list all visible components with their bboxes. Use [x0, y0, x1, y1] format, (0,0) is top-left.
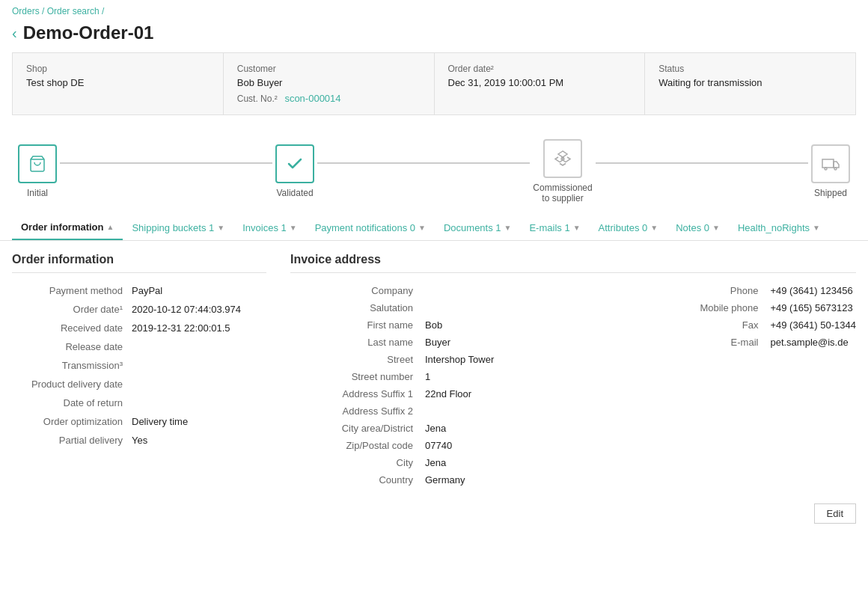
cust-no-row: Cust. No.² scon-000014 — [237, 93, 421, 104]
city-area/district-label: City area/District — [290, 423, 425, 434]
chevron-emails: ▼ — [573, 224, 581, 232]
back-button[interactable]: ‹ — [12, 25, 17, 42]
tab-health-norights[interactable]: Health_noRights ▼ — [729, 216, 829, 239]
tab-attributes[interactable]: Attributes 0 ▼ — [590, 216, 667, 239]
last-name-label: Last name — [290, 337, 425, 348]
invoice-right-grid: Phone+49 (3641) 123456Mobile phone+49 (1… — [658, 285, 856, 486]
summary-status: Status Waiting for transmission — [645, 53, 855, 114]
tab-emails[interactable]: E-mails 1 ▼ — [520, 216, 589, 239]
step-initial-icon — [18, 144, 57, 183]
address-suffix-1-label: Address Suffix 1 — [290, 388, 425, 399]
city-label: City — [290, 457, 425, 468]
chevron-invoices: ▼ — [290, 224, 297, 232]
last-name-value: Buyer — [425, 337, 658, 348]
edit-button[interactable]: Edit — [814, 503, 856, 524]
chevron-payment: ▼ — [418, 224, 426, 232]
tab-order-information[interactable]: Order information ▲ — [12, 215, 123, 240]
field-date-of-return: Date of return — [12, 397, 266, 408]
street-number-value: 1 — [425, 371, 658, 382]
step-validated: Validated — [275, 144, 314, 198]
company-label: Company — [290, 285, 425, 296]
chevron-documents: ▼ — [504, 224, 512, 232]
tab-notes[interactable]: Notes 0 ▼ — [667, 216, 729, 239]
check-icon — [286, 155, 304, 173]
first-name-label: First name — [290, 319, 425, 331]
step-validated-label: Validated — [276, 188, 313, 198]
svg-point-1 — [825, 168, 827, 170]
zip/postal-code-label: Zip/Postal code — [290, 440, 425, 451]
field-transmission: Transmission³ — [12, 360, 266, 371]
page-title-row: ‹ Demo-Order-01 — [0, 19, 868, 52]
field-product-delivery-date: Product delivery date — [12, 379, 266, 390]
summary-shop: Shop Test shop DE — [13, 53, 224, 114]
dropbox-icon — [554, 150, 572, 168]
line-1 — [60, 162, 272, 164]
invoice-left-grid: CompanySalutationFirst nameBobLast nameB… — [290, 285, 658, 486]
street-label: Street — [290, 354, 425, 365]
tab-invoices[interactable]: Invoices 1 ▼ — [233, 216, 305, 239]
step-commissioned-icon — [543, 139, 582, 178]
customer-value: Bob Buyer — [237, 77, 421, 88]
order-date-value: Dec 31, 2019 10:00:01 PM — [448, 77, 632, 88]
address-suffix-1-value: 22nd Floor — [425, 388, 658, 399]
cust-no-value[interactable]: scon-000014 — [284, 93, 340, 104]
salutation-value — [425, 302, 658, 313]
summary-customer: Customer Bob Buyer Cust. No.² scon-00001… — [224, 53, 435, 114]
phone-label: Phone — [673, 285, 770, 296]
chevron-order-info: ▲ — [107, 223, 114, 231]
e-mail-value: pet.sample@is.de — [770, 337, 856, 348]
address-suffix-2-label: Address Suffix 2 — [290, 405, 425, 417]
cart-icon — [28, 155, 46, 173]
chevron-attributes: ▼ — [650, 224, 658, 232]
address-suffix-2-value — [425, 405, 658, 417]
step-validated-icon — [275, 144, 314, 183]
line-3 — [596, 162, 808, 164]
line-2 — [317, 162, 530, 164]
chevron-health: ▼ — [813, 224, 820, 232]
field-order-date: Order date¹ 2020-10-12 07:44:03.974 — [12, 304, 266, 315]
street-number-label: Street number — [290, 371, 425, 382]
field-received-date: Received date 2019-12-31 22:00:01.5 — [12, 322, 266, 334]
summary-order-date: Order date² Dec 31, 2019 10:00:01 PM — [435, 53, 646, 114]
step-commissioned-label: Commissioned to supplier — [533, 183, 593, 203]
mobile-phone-label: Mobile phone — [673, 302, 770, 313]
edit-button-row: Edit — [0, 497, 868, 530]
tab-payment-notifications[interactable]: Payment notifications 0 ▼ — [306, 216, 435, 239]
svg-rect-0 — [822, 159, 834, 168]
svg-point-2 — [834, 168, 837, 170]
breadcrumb: Orders / Order search / — [0, 0, 868, 19]
chevron-shipping: ▼ — [217, 224, 224, 232]
invoice-content: CompanySalutationFirst nameBobLast nameB… — [290, 285, 856, 486]
shop-label: Shop — [26, 64, 210, 74]
step-initial-label: Initial — [27, 188, 48, 198]
main-content: Order information Payment method PayPal … — [0, 241, 868, 497]
order-info-section: Order information Payment method PayPal … — [12, 253, 266, 486]
salutation-label: Salutation — [290, 302, 425, 313]
chevron-notes: ▼ — [712, 224, 720, 232]
city-area/district-value: Jena — [425, 423, 658, 434]
field-order-optimization: Order optimization Delivery time — [12, 416, 266, 427]
field-payment-method: Payment method PayPal — [12, 285, 266, 296]
first-name-value: Bob — [425, 319, 658, 331]
step-shipped: Shipped — [811, 144, 850, 198]
fax-value: +49 (3641) 50-1344 — [770, 319, 856, 331]
e-mail-label: E-mail — [673, 337, 770, 348]
zip/postal-code-value: 07740 — [425, 440, 658, 451]
customer-label: Customer — [237, 64, 421, 74]
step-shipped-label: Shipped — [814, 188, 847, 198]
city-value: Jena — [425, 457, 658, 468]
page-title: Demo-Order-01 — [23, 22, 154, 43]
order-info-title: Order information — [12, 253, 266, 273]
country-value: Germany — [425, 474, 658, 486]
phone-value: +49 (3641) 123456 — [770, 285, 856, 296]
tab-documents[interactable]: Documents 1 ▼ — [435, 216, 521, 239]
status-value: Waiting for transmission — [658, 77, 842, 88]
tab-shipping-buckets[interactable]: Shipping buckets 1 ▼ — [123, 216, 233, 239]
shop-value: Test shop DE — [26, 77, 210, 88]
invoice-address-title: Invoice address — [290, 253, 856, 273]
workflow: Initial Validated Commissioned to suppli… — [0, 127, 868, 215]
company-value — [425, 285, 658, 296]
country-label: Country — [290, 474, 425, 486]
field-release-date: Release date — [12, 341, 266, 352]
street-value: Intershop Tower — [425, 354, 658, 365]
